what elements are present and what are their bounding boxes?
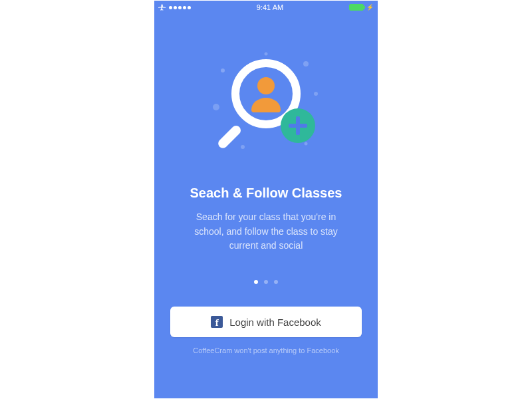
signal-strength-icon [169, 6, 191, 9]
status-bar: 9:41 AM ⚡ [154, 1, 378, 14]
battery-icon [349, 4, 364, 11]
status-left [158, 3, 191, 11]
facebook-icon: f [211, 316, 223, 328]
onboarding-title: Seach & Follow Classes [154, 186, 378, 201]
login-facebook-button[interactable]: f Login with Facebook [170, 307, 362, 337]
login-button-label: Login with Facebook [229, 317, 321, 328]
disclaimer-text: CoffeeCram won't post anything to Facebo… [154, 346, 378, 354]
status-right: ⚡ [349, 4, 374, 11]
charging-icon: ⚡ [366, 4, 374, 11]
svg-rect-12 [289, 124, 307, 128]
airplane-mode-icon [158, 3, 166, 11]
status-time: 9:41 AM [257, 3, 283, 11]
onboarding-illustration [154, 47, 378, 160]
page-indicator[interactable] [154, 280, 378, 284]
page-dot-2[interactable] [264, 280, 268, 284]
onboarding-body: Seach for your class that you're in scho… [181, 210, 351, 253]
page-dot-3[interactable] [274, 280, 278, 284]
plus-icon [206, 47, 326, 160]
onboarding-screen: 9:41 AM ⚡ [154, 1, 378, 398]
page-dot-1[interactable] [254, 280, 258, 284]
